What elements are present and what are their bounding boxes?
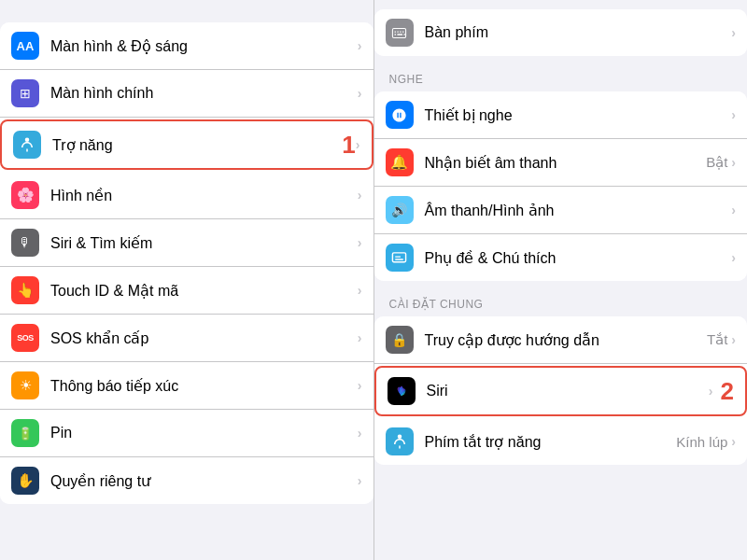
svg-rect-7 <box>397 34 402 35</box>
left-item-siri-tim-kiem[interactable]: 🎙Siri & Tìm kiếm› <box>0 219 374 267</box>
nhan-biet-am-thanh-label: Nhận biết âm thanh <box>425 154 707 172</box>
phu-de-label: Phụ đề & Chú thích <box>425 249 732 267</box>
siri-tim-kiem-label: Siri & Tìm kiếm <box>50 234 358 252</box>
man-hinh-chinh-chevron: › <box>358 86 362 101</box>
sos-chevron: › <box>358 330 362 345</box>
svg-rect-3 <box>397 31 398 32</box>
truy-cap-value: Tắt <box>707 331 727 348</box>
hinh-nen-chevron: › <box>358 188 362 203</box>
sos-icon: SOS <box>11 324 39 352</box>
ban-phim-chevron: › <box>731 25 736 40</box>
nhan-biet-am-thanh-value: Bật <box>706 154 727 171</box>
siri-badge: 2 <box>721 379 734 403</box>
thong-bao-label: Thông báo tiếp xúc <box>50 377 358 395</box>
svg-rect-4 <box>400 31 401 32</box>
man-hinh-do-sang-label: Màn hình & Độ sáng <box>50 37 358 55</box>
right-item-phu-de[interactable]: Phụ đề & Chú thích› <box>374 234 748 281</box>
right-list-top: Bàn phím› <box>374 9 748 56</box>
man-hinh-chinh-label: Màn hình chính <box>50 85 358 102</box>
tro-nang-label: Trợ năng <box>52 136 334 154</box>
right-list-cai-dat-chung: 🔒Truy cập được hướng dẫnTắt›Siri›2Phím t… <box>374 316 748 465</box>
right-list-nghe: Thiết bị nghe›🔔Nhận biết âm thanhBật›🔊Âm… <box>374 91 748 281</box>
truy-cap-chevron: › <box>731 332 736 347</box>
am-thanh-hinh-anh-label: Âm thanh/Hình ảnh <box>425 202 732 219</box>
thong-bao-icon: ☀ <box>11 371 39 399</box>
phim-tat-tro-nang-label: Phím tắt trợ năng <box>425 433 677 451</box>
right-item-ban-phim[interactable]: Bàn phím› <box>374 9 748 56</box>
truy-cap-label: Truy cập được hướng dẫn <box>425 331 707 349</box>
section-header-nghe: NGHE <box>374 56 748 91</box>
siri-tim-kiem-chevron: › <box>358 235 362 250</box>
quyen-rieng-tu-label: Quyền riêng tư <box>50 472 358 490</box>
siri-icon <box>388 377 416 405</box>
man-hinh-chinh-icon: ⊞ <box>11 79 39 107</box>
phu-de-icon <box>386 244 414 272</box>
phim-tat-tro-nang-value: Kính lúp <box>676 434 727 450</box>
right-item-phim-tat-tro-nang[interactable]: Phím tắt trợ năngKính lúp› <box>374 418 748 465</box>
ban-phim-icon <box>386 19 414 47</box>
am-thanh-hinh-anh-chevron: › <box>731 203 736 217</box>
left-item-hinh-nen[interactable]: 🌸Hình nền› <box>0 172 374 219</box>
pin-icon: 🔋 <box>11 419 39 447</box>
siri-tim-kiem-icon: 🎙 <box>11 229 39 257</box>
left-settings-list: AAMàn hình & Độ sáng›⊞Màn hình chính›Trợ… <box>0 22 374 504</box>
svg-rect-8 <box>403 34 404 35</box>
touch-id-label: Touch ID & Mật mã <box>50 282 358 300</box>
phu-de-chevron: › <box>731 250 736 265</box>
section-header-cai-dat-chung: CÀI ĐẶT CHUNG <box>374 281 748 316</box>
svg-rect-9 <box>392 252 405 261</box>
man-hinh-do-sang-chevron: › <box>358 38 362 53</box>
left-item-pin[interactable]: 🔋Pin› <box>0 410 374 457</box>
phim-tat-tro-nang-icon <box>386 427 414 455</box>
left-item-sos[interactable]: SOSSOS khẩn cấp› <box>0 315 374 362</box>
left-scroll: AAMàn hình & Độ sáng›⊞Màn hình chính›Trợ… <box>0 22 374 560</box>
svg-rect-6 <box>395 34 396 35</box>
thiet-bi-nghe-icon <box>386 101 414 129</box>
nhan-biet-am-thanh-chevron: › <box>731 155 736 170</box>
thiet-bi-nghe-label: Thiết bị nghe <box>425 106 732 124</box>
right-content: Bàn phím›NGHEThiết bị nghe›🔔Nhận biết âm… <box>374 0 748 465</box>
svg-rect-1 <box>392 28 405 37</box>
touch-id-icon: 👆 <box>11 276 39 304</box>
svg-point-15 <box>397 435 402 440</box>
hinh-nen-icon: 🌸 <box>11 181 39 209</box>
quyen-rieng-tu-chevron: › <box>358 473 362 488</box>
tro-nang-chevron: › <box>356 137 360 152</box>
quyen-rieng-tu-icon: ✋ <box>11 467 39 495</box>
am-thanh-hinh-anh-icon: 🔊 <box>386 196 414 224</box>
thong-bao-chevron: › <box>358 378 362 393</box>
left-panel-title <box>0 0 374 22</box>
right-panel: Bàn phím›NGHEThiết bị nghe›🔔Nhận biết âm… <box>374 0 748 560</box>
pin-label: Pin <box>50 425 358 441</box>
right-item-am-thanh-hinh-anh[interactable]: 🔊Âm thanh/Hình ảnh› <box>374 187 748 234</box>
right-item-siri[interactable]: Siri›2 <box>374 366 748 416</box>
right-item-thiet-bi-nghe[interactable]: Thiết bị nghe› <box>374 91 748 139</box>
svg-rect-2 <box>395 31 396 32</box>
right-item-truy-cap[interactable]: 🔒Truy cập được hướng dẫnTắt› <box>374 316 748 364</box>
left-item-man-hinh-chinh[interactable]: ⊞Màn hình chính› <box>0 70 374 118</box>
phim-tat-tro-nang-chevron: › <box>731 434 736 449</box>
tro-nang-badge: 1 <box>342 133 355 157</box>
right-scroll: Bàn phím›NGHEThiết bị nghe›🔔Nhận biết âm… <box>374 0 748 560</box>
sos-label: SOS khẩn cấp <box>50 329 358 347</box>
truy-cap-icon: 🔒 <box>386 326 414 354</box>
siri-label: Siri <box>427 383 709 399</box>
left-item-man-hinh-do-sang[interactable]: AAMàn hình & Độ sáng› <box>0 22 374 70</box>
svg-point-0 <box>25 138 30 143</box>
right-item-nhan-biet-am-thanh[interactable]: 🔔Nhận biết âm thanhBật› <box>374 139 748 187</box>
pin-chevron: › <box>358 426 362 441</box>
tro-nang-icon <box>13 131 41 159</box>
left-item-tro-nang[interactable]: Trợ năng1› <box>0 119 374 170</box>
nhan-biet-am-thanh-icon: 🔔 <box>386 148 414 176</box>
left-item-quyen-rieng-tu[interactable]: ✋Quyền riêng tư› <box>0 457 374 504</box>
thiet-bi-nghe-chevron: › <box>731 107 736 122</box>
hinh-nen-label: Hình nền <box>50 187 358 204</box>
svg-rect-5 <box>402 31 403 32</box>
ban-phim-label: Bàn phím <box>425 24 732 41</box>
left-item-thong-bao[interactable]: ☀Thông báo tiếp xúc› <box>0 362 374 410</box>
touch-id-chevron: › <box>358 283 362 298</box>
man-hinh-do-sang-icon: AA <box>11 32 39 60</box>
left-panel: AAMàn hình & Độ sáng›⊞Màn hình chính›Trợ… <box>0 0 374 560</box>
left-item-touch-id[interactable]: 👆Touch ID & Mật mã› <box>0 267 374 315</box>
siri-chevron: › <box>709 384 713 399</box>
